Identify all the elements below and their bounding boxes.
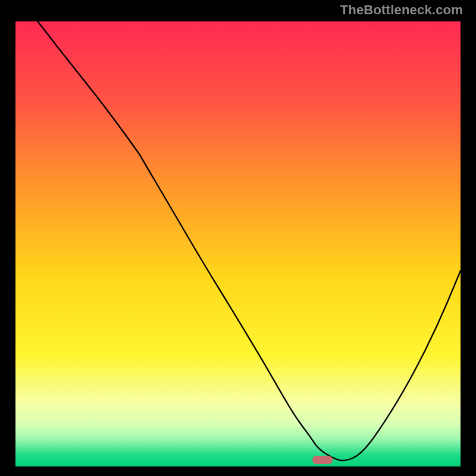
optimal-marker bbox=[312, 456, 333, 464]
watermark-text: TheBottleneck.com bbox=[340, 2, 463, 18]
plot-frame bbox=[12, 18, 464, 470]
bottleneck-curve bbox=[15, 21, 461, 466]
plot-area bbox=[15, 21, 461, 466]
